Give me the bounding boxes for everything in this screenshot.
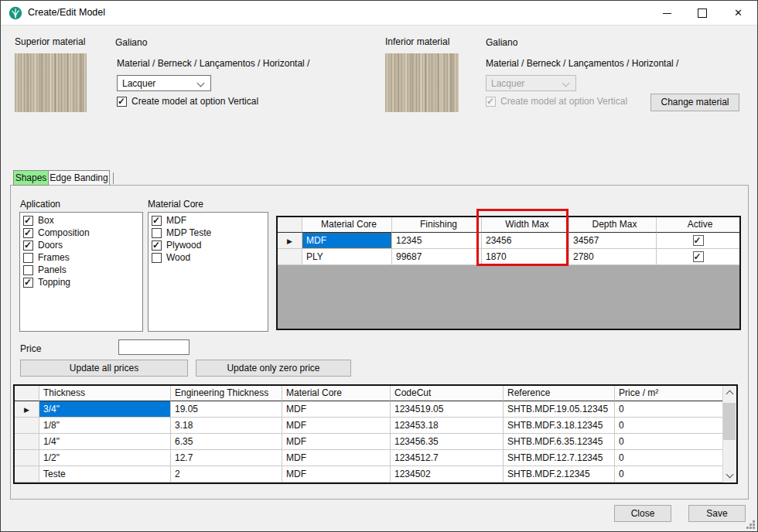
cell-material-core[interactable]: MDF [282,450,391,466]
cell-active[interactable] [657,249,739,265]
cell-material-core[interactable]: MDF [282,434,391,450]
cell-engineering-thickness[interactable]: 2 [171,466,282,483]
col-codecut[interactable]: CodeCut [391,386,504,401]
minimize-button[interactable] [650,1,685,25]
aplication-item-topping[interactable]: Topping [23,277,142,288]
material-core-item-wood[interactable]: Wood [152,252,268,263]
cell-codecut[interactable]: 1234502 [391,466,504,483]
active-checkbox-icon[interactable] [693,235,704,246]
cell-depth-max[interactable]: 34567 [569,233,657,249]
table-row[interactable]: Teste 2 MDF 1234502 SHTB.MDF.2.12345 0 [15,466,736,483]
col-depth-max[interactable]: Depth Max [569,217,657,233]
update-all-prices-button[interactable]: Update all prices [20,360,188,377]
cell-material-core[interactable]: MDF [282,418,391,434]
aplication-item-panels[interactable]: Panels [23,264,142,275]
superior-finish-select[interactable]: Lacquer [117,75,211,91]
cell-price[interactable]: 0 [615,434,723,450]
table-row[interactable]: 1/8" 3.18 MDF 123453.18 SHTB.MDF.3.18.12… [15,418,736,434]
cell-price[interactable]: 0 [615,418,723,434]
aplication-item-composition[interactable]: Composition [23,227,142,238]
price-input[interactable] [118,339,190,355]
cell-price[interactable]: 0 [615,466,723,483]
aplication-item-doors[interactable]: Doors [23,240,142,251]
tab-shapes[interactable]: Shapes [13,170,49,186]
col-finishing[interactable]: Finishing [392,217,482,233]
row-selector-cell[interactable]: ▶ [278,233,302,249]
table-row[interactable]: ▶ MDF 12345 23456 34567 [278,233,739,249]
close-window-button[interactable]: ✕ [721,1,756,25]
cell-engineering-thickness[interactable]: 12.7 [171,450,282,466]
cell-reference[interactable]: SHTB.MDF.3.18.12345 [504,418,615,434]
item-label: Doors [38,240,63,251]
cell-width-max[interactable]: 23456 [482,233,569,249]
cell-price[interactable]: 0 [615,450,723,466]
cell-codecut[interactable]: 1234519.05 [391,401,504,418]
scroll-up-icon[interactable] [726,390,734,398]
col-engineering-thickness[interactable]: Engineering Thickness [171,386,282,401]
cell-engineering-thickness[interactable]: 6.35 [171,434,282,450]
cell-active[interactable] [657,233,739,249]
scrollbar-thumb[interactable] [723,403,736,440]
col-price-m2[interactable]: Price / m² [615,386,723,401]
cell-thickness[interactable]: 1/2" [39,450,171,466]
save-button[interactable]: Save [688,505,746,522]
col-material-core[interactable]: Material Core [302,217,392,233]
maximize-button[interactable] [685,1,719,25]
table-row[interactable]: PLY 99687 1870 2780 [278,249,739,265]
aplication-item-frames[interactable]: Frames [23,252,142,263]
tab-edge-banding[interactable]: Edge Banding [49,170,110,186]
table-row[interactable]: 1/4" 6.35 MDF 123456.35 SHTB.MDF.6.35.12… [15,434,736,450]
scroll-down-icon[interactable] [726,471,734,479]
col-reference[interactable]: Reference [504,386,615,401]
cell-thickness[interactable]: Teste [39,466,171,483]
cell-reference[interactable]: SHTB.MDF.12.7.12345 [504,450,615,466]
resize-grip[interactable] [753,527,755,529]
row-selector-cell[interactable] [15,434,39,450]
row-selector-cell[interactable] [278,249,302,265]
cell-thickness[interactable]: 3/4" [39,401,171,418]
update-zero-price-button[interactable]: Update only zero price [196,360,351,377]
col-material-core[interactable]: Material Core [282,386,391,401]
row-selector-cell[interactable] [15,466,39,483]
cell-codecut[interactable]: 1234512.7 [391,450,504,466]
active-checkbox-icon[interactable] [693,251,704,262]
table-row[interactable]: 1/2" 12.7 MDF 1234512.7 SHTB.MDF.12.7.12… [15,450,736,466]
cell-material[interactable]: PLY [302,249,392,265]
cell-material[interactable]: MDF [302,233,392,249]
cell-depth-max[interactable]: 2780 [569,249,657,265]
material-core-item-plywood[interactable]: Plywood [152,240,268,251]
cell-reference[interactable]: SHTB.MDF.19.05.12345 [504,401,615,418]
close-button[interactable]: Close [614,505,671,522]
cell-material-core[interactable]: MDF [282,401,391,418]
cell-price[interactable]: 0 [615,401,723,418]
material-core-item-mdf[interactable]: MDF [152,215,268,226]
cell-codecut[interactable]: 123453.18 [391,418,504,434]
cell-thickness[interactable]: 1/8" [39,418,171,434]
col-active[interactable]: Active [657,217,739,233]
row-selector-cell[interactable]: ▶ [15,401,39,418]
col-thickness[interactable]: Thickness [39,386,171,401]
chevron-down-icon [197,80,205,87]
aplication-item-box[interactable]: Box [23,215,142,226]
cell-reference[interactable]: SHTB.MDF.2.12345 [504,466,615,483]
cell-width-max[interactable]: 1870 [482,249,569,265]
cell-finishing[interactable]: 12345 [392,233,482,249]
thickness-grid: Thickness Engineering Thickness Material… [13,384,738,484]
cell-material-core[interactable]: MDF [282,466,391,483]
cell-thickness[interactable]: 1/4" [39,434,171,450]
material-core-item-mdp-teste[interactable]: MDP Teste [152,227,268,238]
chevron-down-icon [562,80,570,87]
col-width-max[interactable]: Width Max [482,217,569,233]
table-row[interactable]: ▶ 3/4" 19.05 MDF 1234519.05 SHTB.MDF.19.… [15,401,736,418]
change-material-button[interactable]: Change material [650,94,739,111]
cell-engineering-thickness[interactable]: 19.05 [171,401,282,418]
cell-engineering-thickness[interactable]: 3.18 [171,418,282,434]
cell-codecut[interactable]: 123456.35 [391,434,504,450]
row-selector-cell[interactable] [15,450,39,466]
vertical-scrollbar[interactable] [722,386,736,483]
superior-material-label: Superior material [15,36,85,47]
row-selector-cell[interactable] [15,418,39,434]
superior-vertical-checkbox[interactable]: Create model at option Vertical [117,96,258,107]
cell-reference[interactable]: SHTB.MDF.6.35.12345 [504,434,615,450]
cell-finishing[interactable]: 99687 [392,249,482,265]
